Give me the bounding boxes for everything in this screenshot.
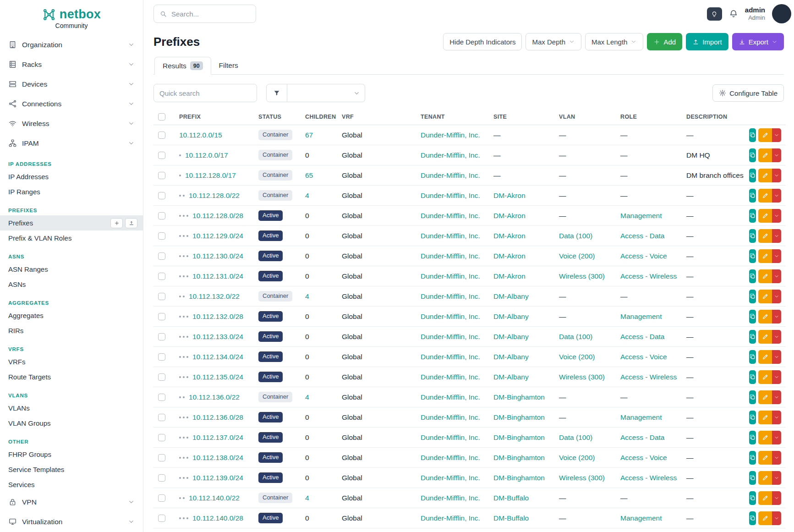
sidebar-item-services[interactable]: Services	[0, 477, 143, 492]
edit-dropdown-caret[interactable]	[772, 310, 781, 324]
copy-button[interactable]	[749, 511, 756, 525]
row-checkbox[interactable]	[158, 515, 165, 522]
site-link[interactable]: DM-Buffalo	[493, 494, 529, 502]
column-header-site[interactable]: SITE	[489, 109, 554, 125]
edit-dropdown-caret[interactable]	[772, 491, 781, 505]
tenant-link[interactable]: Dunder-Mifflin, Inc.	[421, 433, 480, 441]
prefix-link[interactable]: 10.112.128.0/28	[192, 212, 243, 219]
row-checkbox[interactable]	[158, 273, 165, 280]
edit-button[interactable]	[758, 249, 772, 263]
import-button[interactable]: Import	[686, 33, 728, 50]
sidebar-item-vlans[interactable]: VLANs	[0, 400, 143, 416]
site-link[interactable]: DM-Akron	[493, 212, 526, 219]
sidebar-item-devices[interactable]: Devices	[0, 74, 143, 94]
copy-button[interactable]	[749, 330, 756, 344]
sidebar-item-service-templates[interactable]: Service Templates	[0, 462, 143, 477]
edit-dropdown-caret[interactable]	[772, 249, 781, 263]
edit-dropdown-caret[interactable]	[772, 431, 781, 444]
tenant-link[interactable]: Dunder-Mifflin, Inc.	[421, 131, 480, 139]
sidebar-item-connections[interactable]: Connections	[0, 94, 143, 114]
edit-dropdown-caret[interactable]	[772, 411, 781, 424]
tenant-link[interactable]: Dunder-Mifflin, Inc.	[421, 494, 480, 502]
site-link[interactable]: DM-Binghamton	[493, 454, 545, 461]
role-link[interactable]: Management	[620, 413, 662, 421]
role-link[interactable]: Access - Voice	[620, 454, 667, 461]
hide-depth-indicators-button[interactable]: Hide Depth Indicators	[443, 33, 522, 50]
vlan-link[interactable]: Data (100)	[559, 232, 592, 240]
column-header-description[interactable]: DESCRIPTION	[682, 109, 746, 125]
copy-button[interactable]	[749, 189, 756, 203]
site-link[interactable]: DM-Albany	[493, 353, 529, 361]
vlan-link[interactable]: Voice (200)	[559, 353, 595, 361]
vlan-link[interactable]: Data (100)	[559, 333, 592, 340]
avatar[interactable]	[772, 4, 791, 23]
tenant-link[interactable]: Dunder-Mifflin, Inc.	[421, 192, 480, 199]
children-count-link[interactable]: 4	[305, 393, 309, 401]
edit-dropdown-caret[interactable]	[772, 269, 781, 283]
edit-button[interactable]	[758, 330, 772, 344]
tenant-link[interactable]: Dunder-Mifflin, Inc.	[421, 474, 480, 482]
vlan-link[interactable]: Wireless (300)	[559, 272, 605, 280]
copy-button[interactable]	[749, 249, 756, 263]
edit-button[interactable]	[758, 269, 772, 283]
edit-button[interactable]	[758, 229, 772, 243]
sidebar-item-virtualization[interactable]: Virtualization	[0, 512, 143, 532]
edit-button[interactable]	[758, 370, 772, 384]
row-checkbox[interactable]	[158, 293, 165, 300]
role-link[interactable]: Access - Wireless	[620, 272, 677, 280]
row-checkbox[interactable]	[158, 232, 165, 240]
theme-toggle-button[interactable]	[707, 7, 722, 21]
edit-dropdown-caret[interactable]	[772, 169, 781, 182]
row-checkbox[interactable]	[158, 192, 165, 199]
role-link[interactable]: Access - Wireless	[620, 474, 677, 482]
sidebar-item-fhrp-groups[interactable]: FHRP Groups	[0, 447, 143, 462]
prefix-link[interactable]: 10.112.0.0/17	[185, 151, 228, 159]
sidebar-item-vrfs[interactable]: VRFs	[0, 354, 143, 369]
edit-dropdown-caret[interactable]	[772, 128, 781, 142]
edit-button[interactable]	[758, 189, 772, 203]
tenant-link[interactable]: Dunder-Mifflin, Inc.	[421, 151, 480, 159]
prefix-link[interactable]: 10.112.136.0/28	[192, 413, 243, 421]
copy-button[interactable]	[749, 310, 756, 324]
edit-button[interactable]	[758, 451, 772, 465]
edit-button[interactable]	[758, 209, 772, 223]
configure-table-button[interactable]: Configure Table	[712, 84, 784, 102]
saved-filter-select[interactable]	[287, 84, 365, 102]
sidebar-item-ip-ranges[interactable]: IP Ranges	[0, 184, 143, 199]
column-header-role[interactable]: ROLE	[616, 109, 682, 125]
tab-results[interactable]: Results 90	[154, 57, 211, 75]
site-link[interactable]: DM-Akron	[493, 252, 526, 260]
tenant-link[interactable]: Dunder-Mifflin, Inc.	[421, 171, 480, 179]
children-count-link[interactable]: 4	[305, 292, 309, 300]
vlan-link[interactable]: Data (100)	[559, 433, 592, 441]
sidebar-item-rirs[interactable]: RIRs	[0, 323, 143, 338]
prefix-link[interactable]: 10.112.138.0/24	[192, 454, 243, 461]
vlan-link[interactable]: Voice (200)	[559, 454, 595, 461]
add-button[interactable]: Add	[647, 33, 682, 50]
prefix-link[interactable]: 10.112.132.0/28	[192, 313, 243, 320]
copy-button[interactable]	[749, 350, 756, 364]
copy-button[interactable]	[749, 148, 756, 162]
copy-button[interactable]	[749, 169, 756, 182]
row-checkbox[interactable]	[158, 333, 165, 340]
quick-search-input[interactable]	[153, 84, 257, 102]
sidebar-item-vpn[interactable]: VPN	[0, 492, 143, 512]
tenant-link[interactable]: Dunder-Mifflin, Inc.	[421, 353, 480, 361]
column-header-vrf[interactable]: VRF	[337, 109, 416, 125]
prefix-link[interactable]: 10.112.134.0/24	[192, 353, 243, 361]
sidebar-item-route-targets[interactable]: Route Targets	[0, 369, 143, 384]
role-link[interactable]: Management	[620, 313, 662, 320]
prefix-link[interactable]: 10.112.139.0/24	[192, 474, 243, 482]
row-checkbox[interactable]	[158, 212, 165, 219]
site-link[interactable]: DM-Albany	[493, 333, 529, 340]
prefix-link[interactable]: 10.112.132.0/22	[189, 292, 240, 300]
edit-button[interactable]	[758, 411, 772, 424]
edit-button[interactable]	[758, 128, 772, 142]
sidebar-item-organization[interactable]: Organization	[0, 35, 143, 55]
copy-button[interactable]	[749, 229, 756, 243]
copy-button[interactable]	[749, 471, 756, 485]
notifications-bell-icon[interactable]	[729, 9, 738, 18]
site-link[interactable]: DM-Albany	[493, 373, 529, 381]
copy-button[interactable]	[749, 491, 756, 505]
prefix-link[interactable]: 10.112.140.0/22	[189, 494, 240, 502]
